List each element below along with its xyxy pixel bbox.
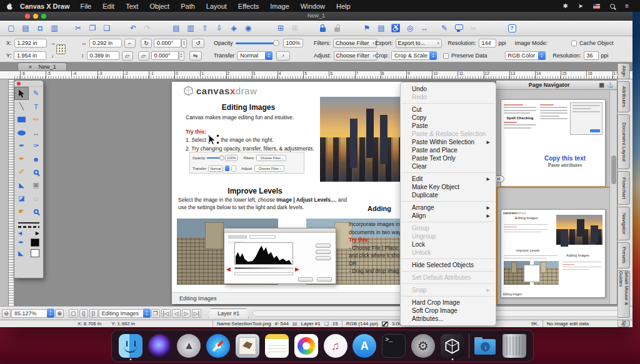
pen-tool[interactable]: ✒ (14, 152, 29, 165)
rotation-stepper[interactable]: ▴▾ (181, 39, 187, 48)
menubar-item-path[interactable]: Path (181, 2, 195, 10)
arrowheads-sample[interactable]: ◀▶ (18, 230, 39, 236)
side-tab-align[interactable]: Align (618, 63, 630, 79)
menubar-item-object[interactable]: Object (149, 2, 169, 10)
side-tab-navigator[interactable]: Navigator (618, 207, 630, 240)
flip-button[interactable]: ↺ (192, 39, 204, 48)
dock-notes-icon[interactable] (264, 332, 290, 360)
layer-tab[interactable]: Layer #1 (208, 308, 249, 318)
pen-ink-icon[interactable]: ✒ (18, 239, 24, 247)
navigator-scrollbar[interactable] (609, 91, 617, 304)
hand-tool[interactable]: ☛ (14, 205, 29, 218)
fill-color-swatch[interactable] (31, 249, 39, 257)
notification-center-icon[interactable]: ≡ (625, 2, 629, 9)
marker-tool[interactable]: ✐ (14, 165, 29, 179)
close-tab-icon[interactable]: ✕ (28, 64, 32, 70)
scale-options-button[interactable]: ⌐ (124, 39, 136, 48)
paste-icon[interactable]: ❏ (102, 23, 112, 34)
transfer-select[interactable]: Normal ▴▾ (237, 51, 272, 60)
dock-app-store-icon[interactable]: A (351, 332, 378, 360)
copy-icon[interactable]: ❐ (88, 23, 98, 34)
dock-finder-icon[interactable] (118, 332, 144, 360)
toolbox-close-icon[interactable] (17, 82, 21, 86)
resolution-input[interactable]: 144 (479, 39, 496, 47)
page-thumbnail-2[interactable]: canvasxdraw Editing Images Improve Level… (501, 209, 606, 298)
menubar-item-effects[interactable]: Effects (238, 2, 259, 10)
ellipse-tool[interactable] (14, 126, 29, 139)
antivirus-icon[interactable]: ✱ (562, 2, 568, 9)
layer-stack-icon[interactable]: ▥ (186, 23, 196, 34)
print-icon[interactable]: ▥ (49, 23, 59, 34)
rectangle-tool[interactable] (14, 113, 29, 126)
cache-object-checkbox[interactable] (571, 41, 577, 46)
grid-icon[interactable]: ⊞ (276, 23, 286, 34)
save-icon[interactable]: ◘ (35, 23, 45, 34)
context-menu-item-edit[interactable]: Edit▶ (401, 175, 496, 183)
paintbrush-tool[interactable]: ✎ (29, 87, 43, 100)
page-navigator-titlebar[interactable]: Page Navigator ▦ ⚓ (496, 81, 617, 90)
dimension-tool[interactable]: ↔ (29, 126, 43, 139)
shear-options-button[interactable]: ▱ (122, 51, 133, 61)
document-tab[interactable]: ✕ New_1 (18, 62, 67, 71)
zoom-level-select[interactable]: 85.127% ▴▾ (11, 308, 54, 318)
accessibility-icon[interactable]: ♿ (391, 23, 401, 34)
side-tab-smart-mouse-guides[interactable]: Smart Mouse & Guides (618, 270, 630, 318)
menubar-item-layout[interactable]: Layout (206, 2, 227, 10)
dock-terminal-icon[interactable]: >_ (381, 332, 407, 360)
unlock-icon[interactable] (332, 23, 342, 34)
context-menu-item-paste-text-only[interactable]: Paste Text Only (401, 154, 496, 162)
context-menu-item-make-key-object[interactable]: Make Key Object (401, 183, 496, 191)
apple-icon[interactable] (6, 2, 14, 11)
context-menu-item-cut[interactable]: Cut (401, 106, 496, 114)
send-backward-icon[interactable]: ⇩ (214, 23, 224, 34)
skew-icon[interactable]: ▱ (138, 51, 149, 61)
presentation-icon[interactable] (454, 23, 464, 34)
x-input[interactable]: 1.292 in (14, 39, 47, 47)
menubar-item-image[interactable]: Image (270, 2, 289, 10)
send-to-back-icon[interactable]: ◉ (243, 23, 253, 34)
shape-edit-tool[interactable]: ◪ (14, 192, 29, 205)
pointer-icon[interactable]: ➤ (578, 2, 583, 9)
bring-forward-icon[interactable]: ⇧ (200, 23, 210, 34)
knife-tool[interactable]: ✒ (14, 139, 29, 152)
context-menu-item-attributes-[interactable]: Attributes... (401, 315, 496, 323)
crayon-tool[interactable]: ✏ (29, 113, 43, 126)
menubar-item-help[interactable]: Help (336, 2, 351, 10)
menubar-item-file[interactable]: File (80, 2, 91, 10)
context-menu-item-paste[interactable]: Paste (401, 122, 496, 130)
dock-canvas-x-draw-icon[interactable] (439, 332, 466, 360)
y-input[interactable]: 1.954 in (14, 51, 46, 60)
anchor-point-grid[interactable] (56, 44, 66, 54)
selected-page-cell[interactable]: canvasxdraw Editing Images Improve Level… (496, 187, 609, 304)
annotation-icon[interactable]: ✎ (439, 23, 449, 34)
undo-icon[interactable]: ↶ (128, 23, 138, 34)
duplicate-page-button[interactable]: ❐ (151, 309, 160, 318)
side-tab-flowchart[interactable]: Flowchart (618, 171, 630, 205)
menubar-item-window[interactable]: Window (301, 2, 325, 10)
zoom-in-button[interactable]: ⊕ (55, 309, 64, 318)
lens-tool[interactable] (29, 165, 43, 179)
dock-itunes-icon[interactable]: ♫ (322, 332, 349, 360)
navigator-scroll-thumb[interactable] (611, 155, 616, 184)
window-titlebar[interactable]: New_1 (0, 12, 632, 21)
crop-select[interactable]: Crop & Scale ▴▾ (391, 51, 437, 60)
dock-downloads-icon[interactable]: ↓ (472, 332, 498, 360)
width-input[interactable]: 0.292 in (89, 39, 122, 47)
page-select[interactable]: Editing Images ▴▾ (99, 308, 151, 318)
dock-trash-icon[interactable] (501, 332, 528, 360)
transfer-options-button[interactable]: › (276, 51, 290, 61)
context-menu-item-paste-within-selection[interactable]: Paste Within Selection▶ (401, 138, 496, 146)
opacity-value[interactable]: 100% (283, 39, 303, 47)
lasso-tool[interactable]: ◌ (29, 192, 43, 205)
context-menu-item-align[interactable]: Align▶ (401, 212, 496, 220)
rotation-input[interactable]: 0.000° (154, 39, 181, 47)
menubar-app-name[interactable]: Canvas X Draw (20, 2, 69, 10)
spotlight-icon[interactable] (610, 2, 615, 9)
menubar-item-text[interactable]: Text (126, 2, 138, 10)
first-page-button[interactable]: |◁ (161, 309, 171, 318)
mirror-button[interactable]: ⇋ (189, 51, 202, 61)
ghost-tool[interactable]: ☻ (29, 152, 43, 165)
selection-tool[interactable] (14, 87, 29, 100)
side-tab-document-layout[interactable]: Document Layout (618, 114, 630, 169)
stroke-color-swatch[interactable] (31, 239, 39, 247)
